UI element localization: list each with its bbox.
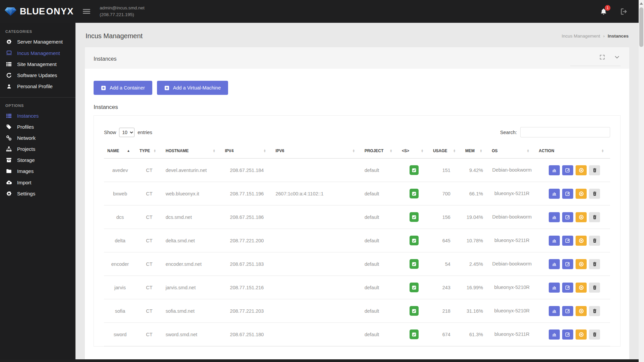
sidebar-item-personal-profile[interactable]: Personal Profile bbox=[0, 81, 75, 92]
sort-icon: ▲▼ bbox=[263, 149, 266, 153]
add-container-button[interactable]: Add a Container bbox=[94, 81, 152, 95]
stats-button[interactable] bbox=[549, 329, 560, 340]
table-row-delta: deltaCTdelta.smd.net208.77.221.200defaul… bbox=[104, 229, 610, 252]
edit-button[interactable] bbox=[562, 165, 573, 175]
column-header-ipv6[interactable]: IPV6▲▼ bbox=[272, 143, 361, 159]
trash-icon bbox=[592, 191, 597, 196]
maximize-panel-button[interactable] bbox=[600, 55, 605, 60]
power-button[interactable] bbox=[576, 212, 587, 222]
edit-button[interactable] bbox=[562, 259, 573, 269]
column-header-usage[interactable]: USAGE▲▼ bbox=[430, 143, 462, 159]
power-icon bbox=[579, 285, 584, 290]
column-header-ipv4[interactable]: IPV4▲▼ bbox=[222, 143, 272, 159]
breadcrumb-parent[interactable]: Incus Management bbox=[561, 34, 600, 39]
gears-icon bbox=[5, 191, 12, 196]
cell-os: Debian-bookworm bbox=[488, 252, 535, 276]
sidebar: CATEGORIES Server ManagementIncus Manage… bbox=[0, 23, 75, 362]
cell-mem: 19.04% bbox=[462, 205, 488, 229]
add-virtual-machine-button[interactable]: Add a Virtual-Machine bbox=[157, 81, 228, 95]
window-scrollbar[interactable] bbox=[639, 0, 644, 362]
breadcrumb: Incus Management › Instances bbox=[561, 34, 629, 39]
column-header-mem[interactable]: MEM▲▼ bbox=[462, 143, 488, 159]
sidebar-item-label: Server Management bbox=[17, 39, 63, 45]
brand-logo[interactable]: BLUEONYX bbox=[0, 6, 75, 17]
stats-button[interactable] bbox=[549, 236, 560, 246]
edit-button[interactable] bbox=[562, 283, 573, 293]
power-button[interactable] bbox=[576, 259, 587, 269]
sidebar-item-software-updates[interactable]: Software Updates bbox=[0, 70, 75, 81]
power-button[interactable] bbox=[576, 189, 587, 199]
scrollbar-up-arrow-icon[interactable] bbox=[640, 2, 643, 5]
table-row-dcs: dcsCTdcs.smd.net208.67.251.186default156… bbox=[104, 205, 610, 229]
sidebar-item-projects[interactable]: Projects bbox=[0, 143, 75, 155]
sidebar-item-profiles[interactable]: Profiles bbox=[0, 121, 75, 132]
notifications-button[interactable]: 1 bbox=[600, 8, 607, 15]
page-title: Incus Management bbox=[86, 32, 143, 40]
delete-button[interactable] bbox=[589, 329, 600, 340]
stats-button[interactable] bbox=[549, 306, 560, 316]
cell-ipv6 bbox=[272, 276, 361, 299]
chart-icon bbox=[552, 285, 557, 290]
cell-hostname: sofia.smd.net bbox=[162, 299, 222, 323]
sidebar-item-import[interactable]: Import bbox=[0, 177, 75, 188]
power-button[interactable] bbox=[576, 165, 587, 175]
stats-button[interactable] bbox=[549, 165, 560, 175]
column-header-hostname[interactable]: HOSTNAME▲▼ bbox=[162, 143, 222, 159]
cell-type: CT bbox=[136, 159, 162, 182]
column-header-type[interactable]: TYPE▲▼ bbox=[136, 143, 162, 159]
column-header-os[interactable]: OS▲▼ bbox=[488, 143, 535, 159]
edit-button[interactable] bbox=[562, 236, 573, 246]
delete-button[interactable] bbox=[589, 306, 600, 316]
delete-button[interactable] bbox=[589, 165, 600, 175]
stats-button[interactable] bbox=[549, 283, 560, 293]
scrollbar-thumb[interactable] bbox=[639, 7, 643, 47]
power-icon bbox=[579, 332, 584, 337]
column-header-project[interactable]: PROJECT▲▼ bbox=[361, 143, 398, 159]
edit-button[interactable] bbox=[562, 189, 573, 199]
sidebar-item-site-management[interactable]: Site Management bbox=[0, 59, 75, 70]
sidebar-item-label: Personal Profile bbox=[17, 83, 53, 89]
page-length-select[interactable]: 10 bbox=[119, 128, 135, 137]
sidebar-item-server-management[interactable]: Server Management bbox=[0, 36, 75, 47]
logout-button[interactable] bbox=[620, 8, 628, 15]
edit-button[interactable] bbox=[562, 212, 573, 222]
delete-button[interactable] bbox=[589, 259, 600, 269]
power-button[interactable] bbox=[576, 236, 587, 246]
collapse-panel-button[interactable] bbox=[615, 56, 619, 59]
column-header-action[interactable]: ACTION▲▼ bbox=[535, 143, 610, 159]
sidebar-item-network[interactable]: Network bbox=[0, 132, 75, 143]
power-button[interactable] bbox=[576, 283, 587, 293]
delete-button[interactable] bbox=[589, 236, 600, 246]
search-input[interactable] bbox=[520, 127, 610, 137]
chart-icon bbox=[552, 238, 557, 243]
sidebar-item-settings[interactable]: Settings bbox=[0, 188, 75, 199]
edit-icon bbox=[565, 285, 570, 290]
sidebar-item-images[interactable]: Images bbox=[0, 166, 75, 177]
delete-button[interactable] bbox=[589, 189, 600, 199]
column-header-name[interactable]: NAME▲ bbox=[104, 143, 136, 159]
sidebar-item-storage[interactable]: Storage bbox=[0, 155, 75, 166]
cell-os: blueonyx-5210R bbox=[488, 276, 535, 299]
power-button[interactable] bbox=[576, 329, 587, 340]
plus-square-icon bbox=[101, 85, 106, 90]
stats-button[interactable] bbox=[549, 189, 560, 199]
hamburger-menu-icon[interactable] bbox=[83, 9, 90, 14]
column-header-s[interactable]: <S>▲▼ bbox=[398, 143, 430, 159]
sidebar-item-label: Site Management bbox=[17, 61, 57, 67]
stats-button[interactable] bbox=[549, 212, 560, 222]
trash-icon bbox=[592, 261, 597, 266]
power-button[interactable] bbox=[576, 306, 587, 316]
sidebar-item-instances[interactable]: Instances bbox=[0, 110, 75, 121]
user-icon bbox=[5, 84, 12, 89]
status-running-icon bbox=[410, 165, 419, 175]
edit-icon bbox=[565, 332, 570, 337]
edit-button[interactable] bbox=[562, 329, 573, 340]
delete-button[interactable] bbox=[589, 212, 600, 222]
cell-action bbox=[535, 205, 610, 229]
edit-button[interactable] bbox=[562, 306, 573, 316]
stats-button[interactable] bbox=[549, 259, 560, 269]
cell-project: default bbox=[361, 323, 398, 346]
sidebar-item-incus-management[interactable]: Incus Management bbox=[0, 47, 75, 59]
cell-type: CT bbox=[136, 323, 162, 346]
delete-button[interactable] bbox=[589, 283, 600, 293]
